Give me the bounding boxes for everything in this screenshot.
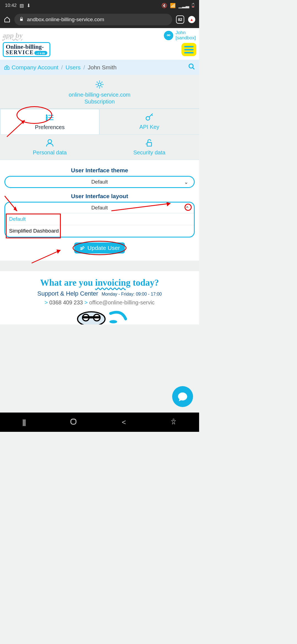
search-icon[interactable] bbox=[188, 63, 195, 72]
nav-home[interactable] bbox=[70, 418, 77, 427]
menu-button[interactable] bbox=[182, 43, 196, 56]
svg-line-19 bbox=[152, 115, 153, 116]
person-icon bbox=[2, 138, 98, 148]
update-user-label: Update User bbox=[87, 245, 120, 251]
nav-recent[interactable]: ||| bbox=[22, 418, 25, 427]
wifi-icon: 📶 bbox=[170, 3, 176, 9]
tab-personal-data[interactable]: Personal data bbox=[0, 134, 100, 160]
annotation-arrow-update bbox=[30, 248, 63, 264]
breadcrumb-users[interactable]: Users bbox=[65, 64, 81, 71]
update-user-button[interactable]: Update User bbox=[74, 242, 125, 253]
layout-option-default[interactable]: Default bbox=[5, 213, 194, 225]
svg-point-35 bbox=[109, 320, 117, 323]
download-icon: ⬇ bbox=[27, 3, 31, 9]
gear-icon bbox=[3, 80, 196, 90]
status-time: 10:42 bbox=[5, 3, 17, 8]
svg-point-5 bbox=[167, 35, 168, 36]
chat-fab[interactable] bbox=[172, 386, 193, 407]
browser-update-icon[interactable] bbox=[188, 16, 195, 23]
lock-icon bbox=[101, 138, 197, 148]
logo[interactable]: Online-billing- SERVICE.com bbox=[3, 42, 50, 57]
avatar-icon bbox=[164, 31, 173, 40]
layout-label: User Interface layout bbox=[4, 193, 195, 200]
chevron-down-icon: ⌄ bbox=[184, 179, 188, 185]
svg-point-17 bbox=[146, 117, 150, 120]
svg-rect-36 bbox=[71, 419, 76, 424]
signal-icon: ▁▂▃ bbox=[178, 3, 189, 9]
user-env: [sandbox] bbox=[175, 36, 196, 41]
logo-line2: SERVICE bbox=[6, 49, 34, 55]
tab-count-button[interactable]: 82 bbox=[176, 15, 184, 24]
breadcrumb-sep: / bbox=[83, 64, 85, 71]
svg-marker-30 bbox=[57, 250, 61, 253]
footer-support: Support & Help Center Monday - Friday: 0… bbox=[3, 290, 196, 297]
url-text: andbox.online-billing-service.com bbox=[27, 17, 104, 23]
theme-label: User Interface theme bbox=[4, 167, 195, 174]
svg-rect-21 bbox=[147, 143, 152, 146]
svg-rect-34 bbox=[82, 316, 100, 318]
footer-tagline: What are you invoicing today? bbox=[3, 278, 196, 288]
tab-subscription[interactable]: online-billing-service.com Subscription bbox=[0, 75, 199, 109]
footer-phone[interactable]: 0368 409 233 bbox=[49, 299, 83, 305]
browser-chrome: andbox.online-billing-service.com 82 bbox=[0, 11, 199, 28]
svg-point-37 bbox=[173, 419, 174, 420]
logo-suffix: .com bbox=[34, 51, 47, 55]
tab-preferences[interactable]: 123 Preferences bbox=[0, 109, 100, 134]
image-icon: ▧ bbox=[20, 3, 24, 9]
footer-contact: > 0368 409 233 > office@online-billing-s… bbox=[3, 299, 196, 306]
tab-subscription-line1: online-billing-service.com bbox=[3, 91, 196, 98]
tab-subscription-line2: Subscription bbox=[3, 98, 196, 105]
lock-icon bbox=[19, 17, 24, 22]
key-icon bbox=[101, 113, 197, 123]
tab-personal-label: Personal data bbox=[2, 149, 98, 156]
svg-point-8 bbox=[189, 64, 193, 68]
battery-icon bbox=[192, 4, 194, 7]
svg-point-10 bbox=[98, 83, 101, 86]
url-bar[interactable]: andbox.online-billing-service.com bbox=[14, 14, 172, 25]
footer-email[interactable]: office@online-billing-servic bbox=[89, 299, 155, 305]
layout-option-simplified[interactable]: Simplified Dashboard bbox=[5, 225, 194, 237]
nav-accessibility[interactable] bbox=[170, 418, 177, 426]
mascot-image bbox=[3, 308, 196, 324]
svg-point-20 bbox=[48, 140, 51, 143]
android-nav-bar: ||| < bbox=[0, 413, 199, 432]
preferences-panel: User Interface theme Default ⌄ User Inte… bbox=[0, 160, 199, 261]
tab-api-key[interactable]: API Key bbox=[100, 109, 199, 134]
svg-line-29 bbox=[32, 250, 61, 263]
svg-point-7 bbox=[6, 67, 8, 69]
layout-options: Default Simplified Dashboard bbox=[5, 213, 194, 237]
breadcrumb-current: John Smith bbox=[88, 64, 117, 71]
footer-hours: Monday - Friday: 09:00 - 17:00 bbox=[101, 292, 162, 296]
logo-line1: Online-billing- bbox=[6, 44, 47, 50]
layout-select[interactable]: Default ⌃ Default Simplified Dashboard bbox=[4, 202, 195, 238]
svg-line-9 bbox=[193, 68, 194, 70]
app-by-label: app by bbox=[2, 32, 23, 39]
svg-text:3: 3 bbox=[46, 119, 48, 121]
breadcrumb-company[interactable]: Company Account bbox=[4, 64, 58, 71]
tab-preferences-label: Preferences bbox=[2, 124, 97, 130]
breadcrumb: Company Account / Users / John Smith bbox=[0, 60, 199, 75]
tab-security-label: Security data bbox=[101, 149, 197, 156]
tab-api-key-label: API Key bbox=[101, 124, 197, 130]
layout-current[interactable]: Default ⌃ bbox=[5, 203, 194, 213]
tab-security-data[interactable]: Security data bbox=[100, 134, 199, 160]
home-icon[interactable] bbox=[4, 16, 10, 23]
theme-value: Default bbox=[91, 179, 108, 185]
list-icon: 123 bbox=[2, 113, 97, 123]
nav-back[interactable]: < bbox=[122, 418, 126, 427]
user-badge[interactable]: John [sandbox] bbox=[164, 30, 196, 40]
status-bar: 10:42 ▧ ⬇ 🔇 📶 ▁▂▃ bbox=[0, 0, 199, 11]
breadcrumb-sep: / bbox=[61, 64, 63, 71]
chevron-up-icon: ⌃ bbox=[185, 205, 189, 212]
user-name: John bbox=[175, 30, 196, 36]
mute-icon: 🔇 bbox=[161, 3, 167, 9]
svg-point-6 bbox=[169, 35, 170, 36]
theme-select[interactable]: Default ⌄ bbox=[4, 176, 195, 188]
